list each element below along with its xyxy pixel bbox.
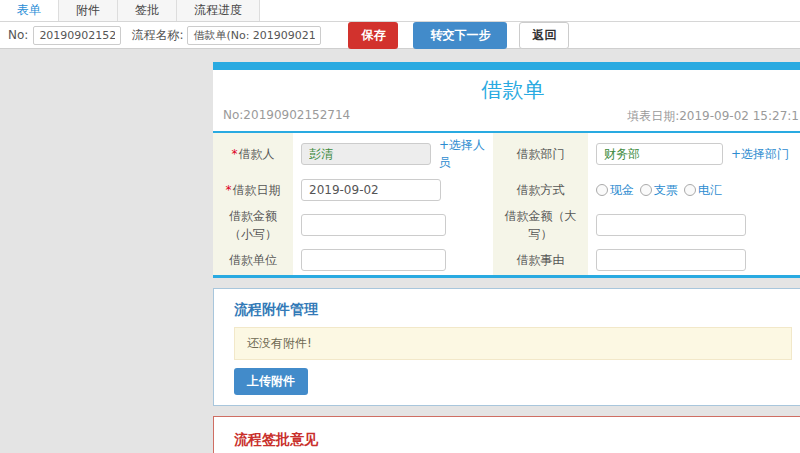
upload-attachment-button[interactable]: 上传附件 [234,368,308,395]
attachments-heading: 流程附件管理 [234,301,792,319]
borrower-field: +选择人员 [293,133,493,175]
fill-date: 填表日期:2019-09-02 15:27:1 [627,108,799,125]
no-label: No: [8,28,28,42]
borrower-input[interactable] [301,143,431,165]
loan-date-label: *借款日期 [213,175,293,205]
tab-approval[interactable]: 签批 [118,0,177,21]
amount-small-field [293,205,493,245]
method-option-cash[interactable]: 现金 [596,182,634,199]
panel-top-bar [213,62,800,70]
back-button[interactable]: 返回 [519,22,569,49]
tab-form[interactable]: 表单 [0,0,59,21]
no-input[interactable] [33,26,121,45]
loan-date-input[interactable] [301,179,441,201]
loan-unit-input[interactable] [301,249,446,271]
doc-no: No:20190902152714 [223,108,350,125]
dept-field: +选择部门 [588,133,800,175]
loan-reason-field [588,245,800,275]
method-option-wire[interactable]: 电汇 [684,182,722,199]
workspace: 借款单 No:20190902152714 填表日期:2019-09-02 15… [0,49,800,453]
select-dept-link[interactable]: +选择部门 [731,146,789,163]
divider [213,275,800,278]
form-meta-row: No:20190902152714 填表日期:2019-09-02 15:27:… [213,106,800,131]
loan-unit-field [293,245,493,275]
loan-reason-input[interactable] [596,249,746,271]
attachments-panel: 流程附件管理 还没有附件! 上传附件 [213,288,800,406]
required-mark: * [232,147,238,161]
tab-progress[interactable]: 流程进度 [177,0,260,21]
loan-method-label: 借款方式 [493,175,588,205]
amount-big-field [588,205,800,245]
command-bar: No: 流程名称: 保存 转交下一步 返回 [0,22,800,49]
radio-icon[interactable] [684,184,696,196]
loan-date-field [293,175,493,205]
process-name-label: 流程名称: [131,27,183,44]
amount-small-label: 借款金额（小写） [213,205,293,245]
select-person-link[interactable]: +选择人员 [439,137,493,171]
dept-label: 借款部门 [493,133,588,175]
loan-form-panel: 借款单 No:20190902152714 填表日期:2019-09-02 15… [213,62,800,278]
method-option-cheque[interactable]: 支票 [640,182,678,199]
amount-small-input[interactable] [301,214,446,236]
tab-attachment[interactable]: 附件 [59,0,118,21]
form-title: 借款单 [213,70,800,106]
main-content: 借款单 No:20190902152714 填表日期:2019-09-02 15… [213,62,800,453]
amount-big-label: 借款金额（大写） [493,205,588,245]
loan-method-field: 现金 支票 电汇 [588,175,800,205]
dept-input[interactable] [596,143,723,165]
borrower-label: *借款人 [213,133,293,175]
process-name-input[interactable] [187,26,321,45]
no-attachment-alert: 还没有附件! [234,327,792,360]
amount-big-input[interactable] [596,214,746,236]
radio-icon[interactable] [596,184,608,196]
form-grid: *借款人 +选择人员 借款部门 +选择部门 *借款日期 借款 [213,133,800,275]
loan-unit-label: 借款单位 [213,245,293,275]
radio-icon[interactable] [640,184,652,196]
loan-reason-label: 借款事由 [493,245,588,275]
required-mark: * [226,183,232,197]
next-step-button[interactable]: 转交下一步 [413,22,507,49]
signoff-panel: 流程签批意见 B I abc [213,416,800,453]
save-button[interactable]: 保存 [348,22,398,49]
signoff-heading: 流程签批意见 [234,431,792,449]
tab-bar: 表单 附件 签批 流程进度 [0,0,800,22]
